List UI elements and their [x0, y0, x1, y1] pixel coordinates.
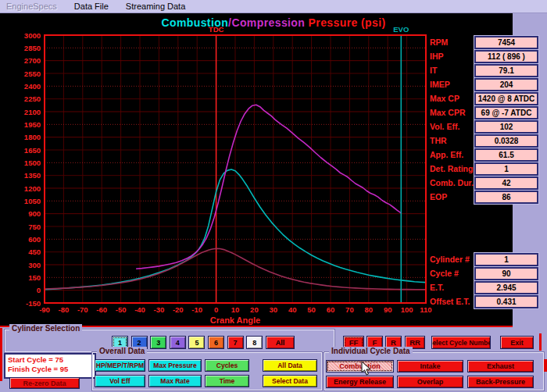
svg-text:90: 90 — [384, 305, 392, 314]
readout-value-it[interactable]: 79.1 — [474, 64, 538, 77]
svg-text:60: 60 — [327, 305, 335, 314]
menu-item-streaming-data[interactable]: Streaming Data — [126, 2, 185, 11]
title-combustion: Combustion — [161, 16, 228, 29]
readout-value-e-t[interactable]: 2.945 — [474, 281, 538, 294]
svg-text:-10: -10 — [191, 305, 202, 314]
readout-label-det-rating: Det. Rating — [430, 164, 473, 173]
overall-button-max-pressure[interactable]: Max Pressure — [148, 359, 202, 372]
svg-text:2850: 2850 — [24, 44, 41, 52]
readout-value-vol-eff[interactable]: 102 — [474, 120, 538, 134]
individual-button-exhaust[interactable]: Exhaust — [467, 360, 534, 372]
cylinder-button-5[interactable]: 5 — [188, 336, 205, 349]
svg-text:10: 10 — [231, 305, 240, 314]
individual-cycle-data-title: Individual Cycle Data — [329, 347, 413, 355]
readout-value-det-rating[interactable]: 1 — [474, 162, 538, 176]
svg-text:600: 600 — [28, 235, 41, 244]
svg-text:3000: 3000 — [24, 31, 41, 40]
window-border-fragment — [0, 328, 2, 381]
window-border-fragment — [544, 359, 547, 372]
readout-value-eop[interactable]: 86 — [474, 191, 538, 204]
svg-text:1650: 1650 — [24, 146, 41, 155]
individual-button-overlap[interactable]: Overlap — [397, 376, 463, 388]
title-compression: /Compression — [228, 16, 305, 29]
overall-button-vol-eff[interactable]: Vol Eff — [95, 375, 145, 387]
cylinder-button-7[interactable]: 7 — [227, 336, 244, 349]
svg-text:1050: 1050 — [24, 197, 41, 205]
overall-button-select-data[interactable]: Select Data — [263, 375, 317, 387]
cylinder-button-all[interactable]: All — [266, 336, 295, 349]
readout-value-comb-dur[interactable]: 42 — [474, 176, 538, 190]
svg-text:2700: 2700 — [24, 56, 41, 65]
svg-text:750: 750 — [28, 223, 41, 231]
readout-label-max-cp: Max CP — [430, 94, 459, 103]
svg-text:50: 50 — [307, 305, 316, 314]
readout-label-cylinder: Cylinder # — [430, 255, 470, 264]
svg-text:1800: 1800 — [24, 133, 41, 141]
individual-button-back-pressure[interactable]: Back-Pressure — [467, 376, 534, 388]
readout-label-cycle: Cycle # — [430, 269, 459, 278]
readout-label-ihp: IHP — [430, 52, 444, 61]
readout-label-e-t: E.T. — [430, 283, 444, 292]
rezero-button[interactable]: Re-zero Data — [9, 377, 80, 389]
svg-text:450: 450 — [28, 248, 41, 256]
svg-text:2400: 2400 — [24, 82, 41, 91]
cylinder-button-3[interactable]: 3 — [150, 336, 166, 349]
readout-value-thr[interactable]: 0.0328 — [474, 134, 538, 148]
cycle-range-box: Start Cycle = 75 Finish Cycle = 95 — [4, 353, 96, 379]
readout-label-vol-eff: Vol. Eff. — [430, 122, 459, 131]
svg-text:2550: 2550 — [24, 69, 41, 78]
readout-value-rpm[interactable]: 7454 — [474, 36, 538, 49]
window-border-fragment — [539, 333, 542, 351]
svg-text:20: 20 — [250, 305, 259, 314]
menu-item-data-file[interactable]: Data File — [74, 2, 109, 11]
readout-value-cylinder[interactable]: 1 — [474, 253, 538, 266]
individual-button-combustion[interactable]: Combustion — [326, 360, 394, 372]
cylinder-button-4[interactable]: 4 — [170, 336, 186, 349]
svg-text:1500: 1500 — [24, 159, 41, 167]
readout-label-it: IT — [430, 66, 437, 75]
svg-text:110: 110 — [420, 305, 431, 314]
cylinder-button-6[interactable]: 6 — [208, 336, 224, 349]
svg-text:150: 150 — [28, 273, 41, 282]
menu-item-enginespecs: EngineSpecs — [6, 2, 57, 11]
curve-compression-pressure — [136, 105, 401, 269]
overall-button-cycles[interactable]: Cycles — [205, 359, 249, 372]
readout-value-imep[interactable]: 204 — [474, 78, 538, 91]
readout-value-app-eff[interactable]: 61.5 — [474, 148, 538, 162]
readout-label-max-cpr: Max CPR — [430, 108, 466, 117]
svg-text:-60: -60 — [96, 305, 107, 314]
readout-label-offset-e-t: Offset E.T. — [430, 297, 470, 306]
svg-text:30: 30 — [270, 305, 278, 314]
start-cycle-text: Start Cycle = 75 — [8, 355, 92, 365]
readout-value-ihp[interactable]: 112 ( 896 ) — [474, 50, 538, 63]
menu-bar: EngineSpecsData FileStreaming Data — [0, 0, 547, 13]
overall-button-time[interactable]: Time — [205, 375, 249, 387]
readout-value-cycle[interactable]: 90 — [474, 267, 538, 280]
svg-text:70: 70 — [345, 305, 354, 314]
readout-value-max-cpr[interactable]: 69 @ -7 ATDC — [474, 106, 538, 119]
chart-title: Combustion/Compression Pressure (psi) — [0, 16, 547, 29]
readout-label-thr: THR — [430, 136, 447, 145]
svg-text:-50: -50 — [116, 305, 127, 314]
readout-value-offset-e-t[interactable]: 0.431 — [474, 295, 538, 308]
select-cycle-number-button[interactable]: Select Cycle Number — [431, 336, 491, 349]
mouse-cursor-icon — [361, 361, 372, 376]
overall-button-all-data[interactable]: All Data — [263, 359, 317, 372]
x-axis-label: Crank Angle — [210, 315, 260, 325]
svg-text:1350: 1350 — [24, 171, 41, 180]
readout-label-comb-dur: Comb. Dur. — [430, 178, 474, 187]
cylinder-selection-title: Cylinder Selection — [9, 324, 82, 333]
exit-button[interactable]: Exit — [500, 336, 534, 349]
svg-text:-90: -90 — [39, 305, 50, 314]
svg-text:40: 40 — [288, 305, 297, 314]
svg-text:-70: -70 — [77, 305, 88, 314]
cylinder-button-8[interactable]: 8 — [246, 336, 263, 349]
readout-value-max-cp[interactable]: 1420 @ 8 ATDC — [474, 92, 538, 105]
overall-button-max-rate[interactable]: Max Rate — [148, 375, 202, 387]
individual-button-intake[interactable]: Intake — [397, 360, 463, 372]
overall-button-hp-mep-t-rpm[interactable]: HP/MEP/T/RPM — [95, 359, 145, 372]
svg-text:-40: -40 — [134, 305, 145, 314]
svg-text:-80: -80 — [59, 305, 70, 314]
svg-text:1200: 1200 — [24, 184, 41, 193]
individual-button-energy-release[interactable]: Energy Release — [326, 376, 394, 388]
